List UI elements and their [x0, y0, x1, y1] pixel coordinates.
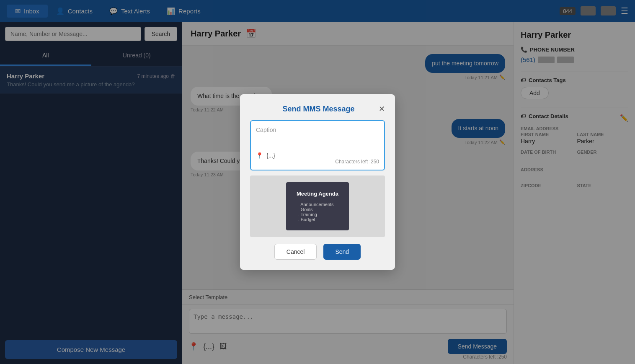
agenda-item-2: Goals: [298, 207, 341, 212]
agenda-item-3: Training: [298, 212, 341, 217]
modal-overlay: Send MMS Message ✕ Caption 📍 {...} Chara…: [0, 0, 635, 364]
modal-cancel-button[interactable]: Cancel: [274, 244, 317, 260]
meeting-agenda-card: Meeting Agenda Announcements Goals Train…: [286, 182, 349, 230]
agenda-title: Meeting Agenda: [294, 191, 341, 197]
modal-footer: Cancel Send: [250, 244, 385, 260]
agenda-item-1: Announcements: [298, 202, 341, 207]
agenda-item-4: Budget: [298, 217, 341, 222]
caption-location-icon[interactable]: 📍: [256, 152, 263, 159]
modal-title: Send MMS Message: [258, 105, 379, 114]
modal-close-button[interactable]: ✕: [379, 104, 385, 114]
send-mms-modal: Send MMS Message ✕ Caption 📍 {...} Chara…: [240, 94, 395, 270]
caption-toolbar: 📍 {...}: [256, 152, 379, 159]
agenda-list: Announcements Goals Training Budget: [294, 202, 341, 222]
modal-send-button[interactable]: Send: [323, 244, 361, 260]
caption-placeholder: Caption: [256, 126, 379, 134]
modal-caption-box[interactable]: Caption 📍 {...} Characters left :250: [250, 120, 385, 170]
modal-image-area: Meeting Agenda Announcements Goals Train…: [250, 176, 385, 237]
caption-text: Caption: [256, 126, 276, 133]
caption-fields-icon[interactable]: {...}: [266, 152, 275, 159]
modal-chars-left: Characters left :250: [256, 159, 379, 165]
modal-header: Send MMS Message ✕: [250, 104, 385, 114]
